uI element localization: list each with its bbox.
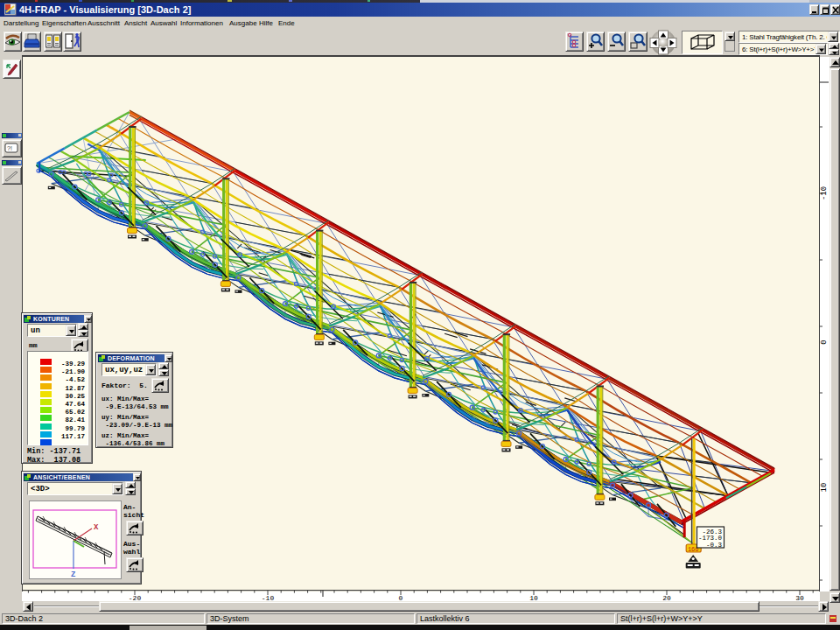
svg-text:?!: ?! [7, 145, 12, 151]
svg-text:-10: -10 [262, 594, 275, 602]
svg-text:10: 10 [820, 483, 829, 493]
svg-text:-0.3: -0.3 [706, 542, 723, 549]
svg-text:0: 0 [820, 340, 829, 344]
svg-text:0: 0 [399, 594, 403, 602]
svg-text:30: 30 [795, 594, 804, 602]
svg-text:X: X [94, 523, 99, 532]
svg-text:10: 10 [529, 594, 538, 602]
svg-text:-20: -20 [129, 594, 142, 602]
svg-text:-10: -10 [820, 186, 829, 200]
svg-text:Z: Z [71, 570, 75, 578]
svg-text:20: 20 [662, 594, 671, 602]
